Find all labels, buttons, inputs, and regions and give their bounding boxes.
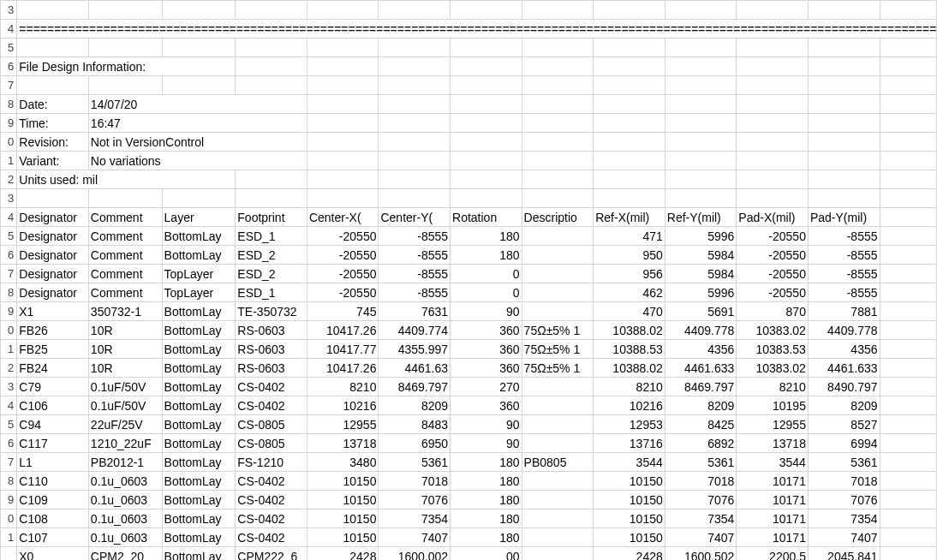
cell-blank[interactable] <box>451 114 522 133</box>
cell-blank[interactable] <box>594 170 665 189</box>
data-cell[interactable] <box>880 472 937 491</box>
data-cell[interactable]: 180 <box>451 453 522 472</box>
data-cell[interactable]: 22uF/25V <box>88 415 162 434</box>
data-cell[interactable]: -8555 <box>808 283 880 302</box>
data-cell[interactable] <box>522 265 594 283</box>
cell-blank[interactable] <box>737 39 809 57</box>
data-cell[interactable]: 10150 <box>307 491 379 509</box>
data-cell[interactable] <box>522 434 594 453</box>
cell-blank[interactable] <box>162 189 236 208</box>
data-cell[interactable] <box>880 547 937 561</box>
data-cell[interactable]: 270 <box>451 378 522 396</box>
data-cell[interactable]: Comment <box>88 283 162 302</box>
data-cell[interactable] <box>880 434 937 453</box>
cell-blank[interactable] <box>307 76 379 95</box>
data-cell[interactable]: 180 <box>451 472 522 491</box>
data-cell[interactable]: Designator <box>17 283 89 302</box>
data-cell[interactable]: 7881 <box>808 302 880 321</box>
data-cell[interactable]: -20550 <box>307 265 379 283</box>
column-header[interactable]: Center-Y( <box>379 208 451 227</box>
data-cell[interactable]: 5361 <box>665 453 737 472</box>
data-cell[interactable]: BottomLay <box>162 453 236 472</box>
data-cell[interactable]: 6950 <box>379 434 451 453</box>
cell-blank[interactable] <box>594 95 665 114</box>
data-cell[interactable]: -8555 <box>379 227 451 246</box>
data-cell[interactable] <box>880 302 937 321</box>
data-cell[interactable]: BottomLay <box>162 396 236 415</box>
data-cell[interactable]: CPM2_20 <box>88 547 162 561</box>
data-cell[interactable] <box>880 378 937 396</box>
cell-blank[interactable] <box>451 57 522 76</box>
column-header[interactable]: Ref-Y(mil) <box>665 208 737 227</box>
cell-blank[interactable] <box>808 133 880 152</box>
cell-blank[interactable] <box>236 76 307 95</box>
data-cell[interactable]: 4409.774 <box>379 321 451 340</box>
column-header[interactable]: Center-X( <box>307 208 379 227</box>
data-cell[interactable] <box>522 246 594 265</box>
cell-blank[interactable] <box>88 1 162 20</box>
row-header[interactable]: 7 <box>1 76 17 95</box>
data-cell[interactable]: PB2012-1 <box>88 453 162 472</box>
cell-blank[interactable] <box>808 189 880 208</box>
data-cell[interactable]: 90 <box>451 434 522 453</box>
data-cell[interactable] <box>522 547 594 561</box>
cell-blank[interactable] <box>451 95 522 114</box>
data-cell[interactable]: 5996 <box>665 227 737 246</box>
cell-blank[interactable] <box>880 39 937 57</box>
cell-blank[interactable] <box>162 39 236 57</box>
column-header[interactable]: Descriptio <box>522 208 594 227</box>
row-header[interactable]: 5 <box>1 415 17 434</box>
data-cell[interactable]: CS-0402 <box>236 472 307 491</box>
data-cell[interactable]: 8483 <box>379 415 451 434</box>
cell-blank[interactable] <box>808 1 880 20</box>
data-cell[interactable]: FB26 <box>17 321 89 340</box>
data-cell[interactable]: 10383.02 <box>737 359 809 378</box>
data-cell[interactable]: BottomLay <box>162 415 236 434</box>
cell-blank[interactable] <box>451 189 522 208</box>
cell-blank[interactable] <box>880 57 937 76</box>
data-cell[interactable] <box>522 396 594 415</box>
data-cell[interactable]: 7354 <box>379 509 451 528</box>
row-header[interactable]: 9 <box>1 302 17 321</box>
data-cell[interactable]: 7354 <box>808 509 880 528</box>
data-cell[interactable]: RS-0603 <box>236 321 307 340</box>
cell-blank[interactable] <box>307 39 379 57</box>
cell-blank[interactable] <box>17 1 89 20</box>
data-cell[interactable]: 8425 <box>665 415 737 434</box>
row-header[interactable]: 4 <box>1 208 17 227</box>
data-cell[interactable]: TE-350732 <box>236 302 307 321</box>
data-cell[interactable]: BottomLay <box>162 491 236 509</box>
data-cell[interactable]: 10171 <box>737 472 809 491</box>
data-cell[interactable]: CS-0402 <box>236 378 307 396</box>
data-cell[interactable]: 5361 <box>808 453 880 472</box>
data-cell[interactable]: 10417.26 <box>307 359 379 378</box>
data-cell[interactable]: CPM222_6 <box>236 547 307 561</box>
data-cell[interactable]: TopLayer <box>162 265 236 283</box>
cell-blank[interactable] <box>665 57 737 76</box>
row-header[interactable]: 9 <box>1 114 17 133</box>
data-cell[interactable] <box>880 321 937 340</box>
cell-blank[interactable] <box>594 133 665 152</box>
data-cell[interactable]: BottomLay <box>162 528 236 547</box>
row-header[interactable]: 3 <box>1 1 17 20</box>
data-cell[interactable]: 4356 <box>808 340 880 359</box>
cell-blank[interactable] <box>379 76 451 95</box>
data-cell[interactable]: 10R <box>88 340 162 359</box>
row-header[interactable]: 0 <box>1 509 17 528</box>
cell-blank[interactable] <box>522 76 594 95</box>
cell-blank[interactable] <box>808 152 880 170</box>
data-cell[interactable]: CS-0402 <box>236 491 307 509</box>
data-cell[interactable]: 0 <box>451 265 522 283</box>
data-cell[interactable]: X1 <box>17 302 89 321</box>
row-header[interactable]: 7 <box>1 453 17 472</box>
cell-blank[interactable] <box>451 152 522 170</box>
row-header[interactable]: 1 <box>1 152 17 170</box>
cell-blank[interactable] <box>808 76 880 95</box>
data-cell[interactable]: BottomLay <box>162 321 236 340</box>
data-cell[interactable]: BottomLay <box>162 434 236 453</box>
cell-blank[interactable] <box>451 76 522 95</box>
cell-blank[interactable] <box>737 133 809 152</box>
cell-blank[interactable] <box>88 76 162 95</box>
cell-blank[interactable] <box>379 1 451 20</box>
data-cell[interactable]: 10216 <box>594 396 665 415</box>
